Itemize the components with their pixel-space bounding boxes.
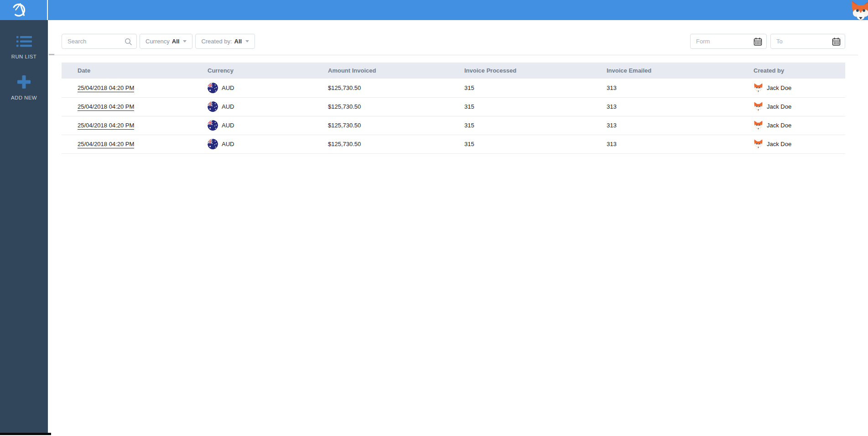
fox-avatar-icon	[754, 139, 763, 149]
currency-cell: AUD	[208, 135, 328, 153]
user-avatar	[845, 0, 868, 20]
date-link[interactable]: 25/04/2018 04:20 PM	[78, 122, 134, 130]
date-cell: 25/04/2018 04:20 PM	[62, 97, 208, 116]
created-by-filter-label: Created by:	[201, 38, 232, 45]
calendar-icon[interactable]	[753, 37, 763, 47]
invoice-processed-cell: 315	[464, 116, 607, 135]
date-link[interactable]: 25/04/2018 04:20 PM	[78, 84, 134, 92]
main-content: Currency All Created by: All	[48, 20, 868, 436]
sidebar-item-run-list[interactable]: RUN LIST	[0, 20, 48, 59]
calendar-icon[interactable]	[832, 37, 841, 47]
date-from-input[interactable]	[691, 38, 745, 45]
table-body: 25/04/2018 04:20 PM	[62, 79, 845, 153]
created-by-cell: Jack Doe	[754, 79, 845, 97]
divider-tick	[49, 54, 54, 55]
filter-bar: Currency All Created by: All	[62, 34, 845, 49]
invoice-emailed-cell: 313	[607, 97, 754, 116]
list-icon	[16, 36, 32, 48]
date-to-input[interactable]	[771, 38, 826, 45]
table-row: 25/04/2018 04:20 PM	[62, 97, 845, 116]
invoice-processed-cell: 315	[464, 79, 607, 97]
currency-cell: AUD	[208, 97, 328, 116]
date-link[interactable]: 25/04/2018 04:20 PM	[78, 141, 134, 148]
date-cell: 25/04/2018 04:20 PM	[62, 116, 208, 135]
currency-code: AUD	[222, 103, 234, 110]
fox-avatar-icon	[754, 102, 763, 111]
topbar	[0, 0, 868, 20]
amount-invoiced-cell: $125,730.50	[328, 116, 464, 135]
created-by-cell: Jack Doe	[754, 135, 845, 153]
amount-invoiced-cell: $125,730.50	[328, 97, 464, 116]
currency-filter-label: Currency	[146, 38, 170, 45]
search-input[interactable]	[62, 38, 121, 45]
australia-flag-icon	[208, 139, 218, 149]
chevron-down-icon	[245, 40, 249, 42]
plus-icon	[17, 75, 31, 89]
fox-avatar-icon	[754, 83, 763, 93]
currency-filter-value: All	[172, 38, 180, 45]
created-by-name: Jack Doe	[767, 141, 791, 147]
column-header-date: Date	[62, 63, 208, 79]
amount-invoiced-cell: $125,730.50	[328, 135, 464, 153]
column-header-invoice-processed: Invoice Processed	[464, 63, 607, 79]
ca-compass-logo-icon	[10, 1, 28, 19]
currency-filter-dropdown[interactable]: Currency All	[140, 34, 192, 49]
currency-cell: AUD	[208, 79, 328, 97]
sidebar-item-add-new[interactable]: ADD NEW	[0, 59, 48, 100]
run-list-table: Date Currency Amount Invoiced Invoice Pr…	[62, 63, 845, 154]
date-link[interactable]: 25/04/2018 04:20 PM	[78, 103, 134, 111]
created-by-name: Jack Doe	[767, 103, 791, 110]
created-by-name: Jack Doe	[767, 84, 791, 91]
sidebar-item-label: RUN LIST	[0, 54, 48, 59]
column-header-created-by: Created by	[754, 63, 845, 79]
table-row: 25/04/2018 04:20 PM	[62, 79, 845, 97]
fox-avatar-icon	[754, 121, 763, 130]
invoice-processed-cell: 315	[464, 97, 607, 116]
created-by-filter-value: All	[234, 38, 242, 45]
column-header-currency: Currency	[208, 63, 328, 79]
invoice-processed-cell: 315	[464, 135, 607, 153]
created-by-name: Jack Doe	[767, 122, 791, 129]
currency-cell: AUD	[208, 116, 328, 135]
app-logo[interactable]	[0, 0, 48, 20]
filter-divider	[51, 55, 858, 55]
australia-flag-icon	[208, 101, 218, 112]
currency-code: AUD	[222, 84, 234, 91]
date-to-box	[770, 34, 845, 49]
column-header-amount-invoiced: Amount Invoiced	[328, 63, 464, 79]
created-by-cell: Jack Doe	[754, 97, 845, 116]
sidebar-item-label: ADD NEW	[0, 95, 48, 100]
amount-invoiced-cell: $125,730.50	[328, 79, 464, 97]
fox-avatar-icon	[849, 0, 868, 20]
invoice-emailed-cell: 313	[607, 135, 754, 153]
date-from-box	[690, 34, 767, 49]
sidebar-bottom-bar	[0, 433, 51, 435]
search-box	[62, 34, 137, 49]
currency-code: AUD	[222, 141, 234, 147]
australia-flag-icon	[208, 120, 218, 131]
sidebar: RUN LIST ADD NEW	[0, 20, 48, 433]
invoice-emailed-cell: 313	[607, 79, 754, 97]
chevron-down-icon	[183, 40, 187, 42]
search-icon[interactable]	[125, 38, 132, 46]
table-row: 25/04/2018 04:20 PM	[62, 135, 845, 153]
invoice-emailed-cell: 313	[607, 116, 754, 135]
column-header-invoice-emailed: Invoice Emailed	[607, 63, 754, 79]
created-by-filter-dropdown[interactable]: Created by: All	[195, 34, 255, 49]
table-row: 25/04/2018 04:20 PM	[62, 116, 845, 135]
table-header: Date Currency Amount Invoiced Invoice Pr…	[62, 63, 845, 79]
date-cell: 25/04/2018 04:20 PM	[62, 135, 208, 153]
australia-flag-icon	[208, 83, 218, 93]
date-cell: 25/04/2018 04:20 PM	[62, 79, 208, 97]
currency-code: AUD	[222, 122, 234, 129]
created-by-cell: Jack Doe	[754, 116, 845, 135]
